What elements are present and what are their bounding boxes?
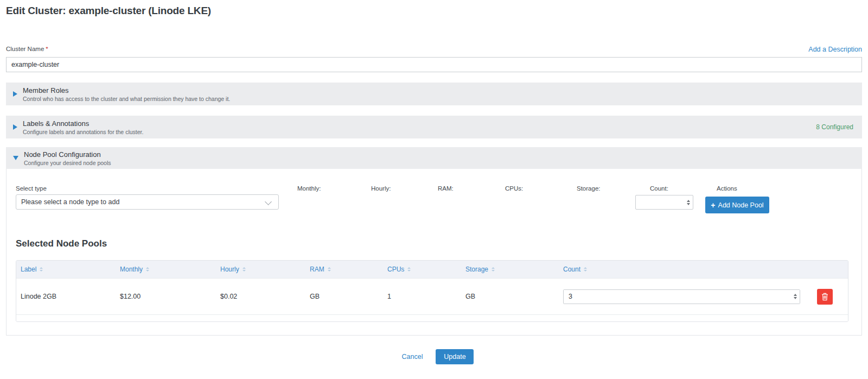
section-labels-annotations[interactable]: Labels & Annotations Configure labels an… (6, 116, 862, 138)
sort-icon (328, 267, 331, 271)
stepper-arrows-icon[interactable] (687, 200, 690, 205)
sort-icon (146, 267, 149, 271)
cell-ram: GB (305, 293, 383, 300)
member-roles-title: Member Roles (23, 86, 853, 94)
cell-monthly: $12.00 (116, 293, 216, 300)
cell-label: Linode 2GB (16, 293, 116, 300)
monthly-spec-label: Monthly: (297, 185, 321, 192)
row-count-input[interactable] (564, 290, 800, 304)
select-type-label: Select type (16, 185, 47, 192)
add-description-link[interactable]: Add a Description (808, 46, 862, 53)
edit-cluster-page: Edit Cluster: example-cluster (Linode LK… (0, 0, 868, 364)
sort-icon (242, 267, 246, 271)
cpus-spec-label: CPUs: (505, 185, 523, 192)
node-pool-subtitle: Configure your desired node pools (24, 160, 853, 166)
delete-node-pool-button[interactable] (817, 289, 833, 305)
chevron-down-icon (265, 198, 272, 205)
caret-right-icon (13, 124, 17, 130)
cell-storage: GB (461, 293, 559, 300)
selected-node-pools-heading: Selected Node Pools (16, 238, 107, 249)
labels-annotations-title: Labels & Annotations (23, 119, 816, 128)
cell-hourly: $0.02 (216, 293, 305, 300)
member-roles-subtitle: Control who has access to the cluster an… (23, 96, 853, 102)
cancel-button[interactable]: Cancel (394, 350, 431, 364)
column-header-monthly[interactable]: Monthly (116, 266, 216, 273)
labels-annotations-subtitle: Configure labels and annotations for the… (23, 129, 816, 135)
caret-down-icon (13, 156, 18, 160)
sort-icon (40, 267, 43, 271)
table-row: Linode 2GB $12.00 $0.02 GB 1 GB (16, 278, 848, 314)
configured-count-badge: 8 Configured (816, 123, 853, 131)
count-spec-label: Count: (650, 185, 668, 192)
add-node-pool-button[interactable]: + Add Node Pool (705, 197, 769, 213)
selected-node-pools-table: Label Monthly Hourly RAM CPUs Storage Co… (16, 260, 848, 322)
cluster-name-label: Cluster Name (6, 46, 44, 52)
section-node-pool-configuration[interactable]: Node Pool Configuration Configure your d… (6, 147, 862, 169)
section-member-roles[interactable]: Member Roles Control who has access to t… (6, 83, 862, 105)
cell-cpus: 1 (383, 293, 461, 300)
table-header-row: Label Monthly Hourly RAM CPUs Storage Co… (16, 261, 848, 278)
count-input[interactable] (636, 195, 693, 209)
column-header-hourly[interactable]: Hourly (216, 266, 305, 273)
storage-spec-label: Storage: (577, 185, 600, 192)
caret-right-icon (13, 91, 17, 97)
column-header-cpus[interactable]: CPUs (383, 266, 461, 273)
count-stepper[interactable] (635, 195, 693, 210)
node-pool-title: Node Pool Configuration (24, 150, 853, 159)
add-node-pool-label: Add Node Pool (718, 201, 764, 209)
column-header-count[interactable]: Count (559, 266, 801, 273)
cluster-name-input[interactable] (6, 57, 862, 72)
required-asterisk: * (46, 46, 48, 52)
update-button[interactable]: Update (436, 349, 474, 364)
sort-icon (492, 267, 495, 271)
cluster-name-row: Cluster Name* Add a Description (6, 43, 862, 53)
node-type-select[interactable]: Please select a node type to add (16, 194, 279, 210)
column-header-storage[interactable]: Storage (461, 266, 559, 273)
hourly-spec-label: Hourly: (371, 185, 391, 192)
column-header-label[interactable]: Label (16, 266, 116, 273)
actions-label: Actions (717, 185, 737, 192)
sort-icon (407, 267, 411, 271)
trash-icon (821, 293, 828, 301)
node-pool-panel: Select type Monthly: Hourly: RAM: CPUs: … (6, 169, 862, 336)
sort-icon (584, 267, 587, 271)
node-type-select-placeholder: Please select a node type to add (21, 198, 119, 206)
cluster-name-label-group: Cluster Name* (6, 43, 48, 53)
plus-icon: + (711, 201, 715, 209)
column-header-ram[interactable]: RAM (305, 266, 383, 273)
table-footer-strip (16, 314, 848, 321)
ram-spec-label: RAM: (438, 185, 454, 192)
page-title: Edit Cluster: example-cluster (Linode LK… (6, 0, 862, 17)
form-actions: Cancel Update (6, 349, 862, 364)
row-count-stepper[interactable] (563, 289, 800, 304)
stepper-arrows-icon[interactable] (794, 294, 797, 299)
